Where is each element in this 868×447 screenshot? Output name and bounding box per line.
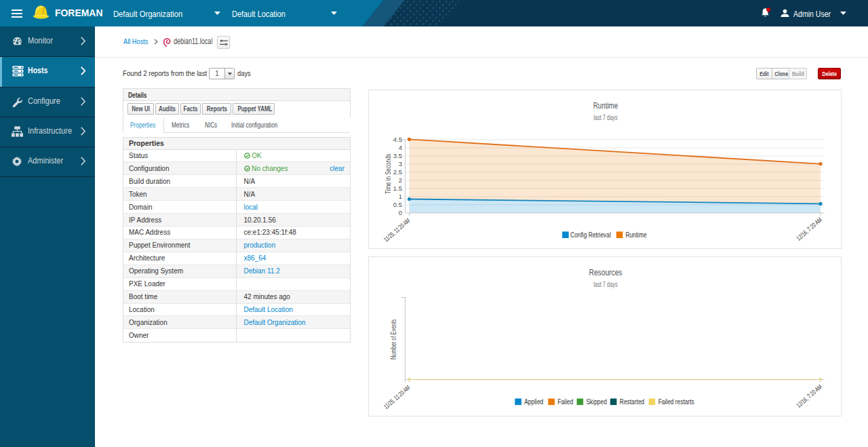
svg-text:last 7 days: last 7 days xyxy=(593,114,618,121)
svg-text:4.5: 4.5 xyxy=(393,136,402,143)
svg-text:Runtime: Runtime xyxy=(625,231,646,239)
svg-text:2.5: 2.5 xyxy=(393,168,402,176)
svg-text:Runtime: Runtime xyxy=(593,101,618,110)
svg-text:4: 4 xyxy=(399,144,402,151)
svg-text:11/25, 11:20 AM: 11/25, 11:20 AM xyxy=(382,384,412,410)
svg-text:12/16, 7:20 AM: 12/16, 7:20 AM xyxy=(795,216,824,242)
svg-text:0: 0 xyxy=(399,209,402,216)
svg-text:0.5: 0.5 xyxy=(393,201,402,208)
svg-text:Failed restarts: Failed restarts xyxy=(658,397,694,406)
svg-text:3: 3 xyxy=(399,160,402,168)
svg-text:Restarted: Restarted xyxy=(620,397,644,406)
svg-text:12/16, 7:20 AM: 12/16, 7:20 AM xyxy=(795,383,824,409)
svg-text:Skipped: Skipped xyxy=(586,397,606,406)
svg-text:2: 2 xyxy=(399,176,402,184)
svg-text:3.5: 3.5 xyxy=(393,152,402,159)
svg-text:Failed: Failed xyxy=(557,397,573,406)
svg-text:Number of Events: Number of Events xyxy=(390,319,397,359)
svg-text:11/25, 11:20 AM: 11/25, 11:20 AM xyxy=(382,217,412,244)
svg-text:1.5: 1.5 xyxy=(393,184,402,192)
svg-text:Time in Seconds: Time in Seconds xyxy=(384,153,392,194)
svg-text:Applied: Applied xyxy=(524,397,543,406)
svg-text:Resources: Resources xyxy=(589,269,623,277)
svg-text:last 7 days: last 7 days xyxy=(593,281,618,288)
svg-text:Config Retrieval: Config Retrieval xyxy=(570,231,611,239)
svg-text:1: 1 xyxy=(399,193,402,200)
